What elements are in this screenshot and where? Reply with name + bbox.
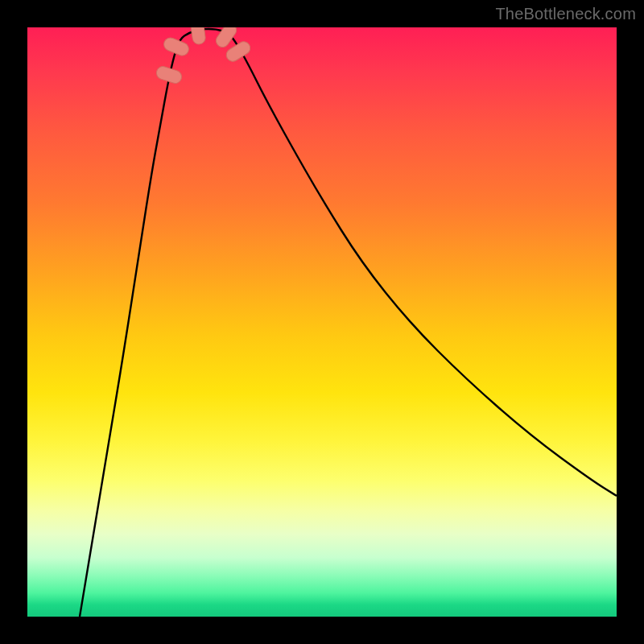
chart-frame: TheBottleneck.com bbox=[0, 0, 644, 644]
curve-layer bbox=[27, 27, 617, 617]
data-markers bbox=[155, 27, 252, 85]
bottleneck-curve bbox=[80, 29, 617, 617]
marker-left-1 bbox=[155, 64, 183, 85]
plot-area bbox=[27, 27, 617, 617]
watermark-text: TheBottleneck.com bbox=[495, 5, 636, 23]
marker-left-2 bbox=[162, 36, 191, 58]
marker-bottom bbox=[190, 27, 206, 45]
